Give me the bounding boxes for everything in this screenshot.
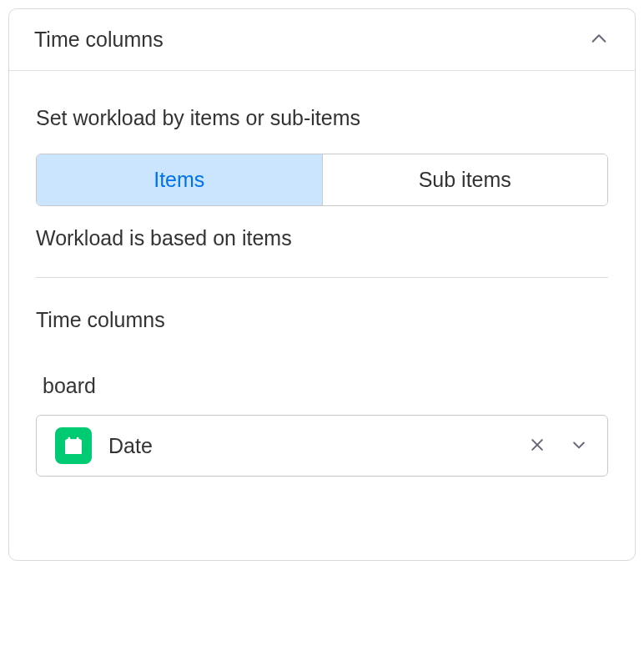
dropdown-toggle[interactable] xyxy=(567,433,591,459)
select-value: Date xyxy=(108,434,509,458)
close-icon xyxy=(529,436,546,456)
panel-header[interactable]: Time columns xyxy=(9,9,635,71)
tab-items[interactable]: Items xyxy=(37,154,322,205)
tab-sub-items[interactable]: Sub items xyxy=(323,154,608,205)
panel-title: Time columns xyxy=(34,28,164,52)
select-actions xyxy=(526,433,591,459)
panel-body: Set workload by items or sub-items Items… xyxy=(9,71,635,560)
workload-help-text: Workload is based on items xyxy=(36,226,608,250)
clear-button[interactable] xyxy=(526,433,549,459)
workload-segment-group: Items Sub items xyxy=(36,154,608,206)
chevron-up-icon xyxy=(590,29,608,51)
time-columns-title: Time columns xyxy=(36,308,608,332)
section-divider xyxy=(36,277,608,278)
time-columns-panel: Time columns Set workload by items or su… xyxy=(8,8,636,561)
workload-section-title: Set workload by items or sub-items xyxy=(36,106,608,130)
chevron-down-icon xyxy=(571,436,587,456)
board-field-label: board xyxy=(36,374,608,398)
calendar-icon xyxy=(55,427,92,464)
time-column-select[interactable]: Date xyxy=(36,415,608,477)
